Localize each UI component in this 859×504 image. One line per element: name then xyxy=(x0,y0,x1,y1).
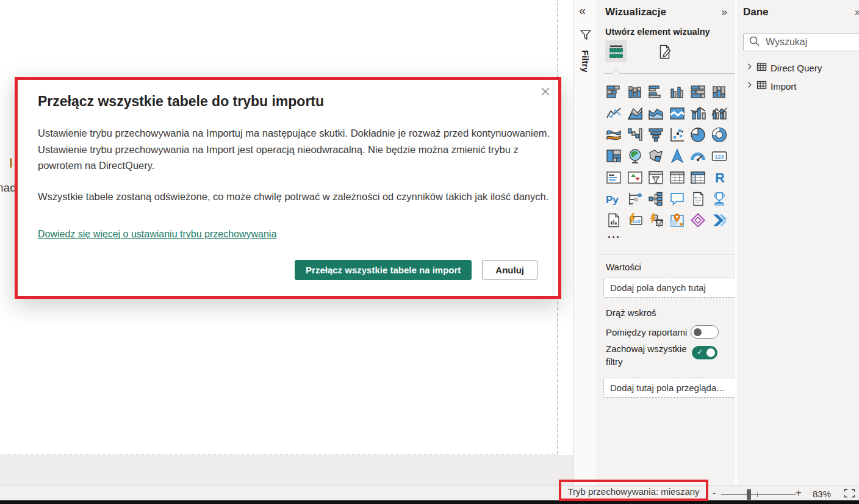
keep-all-filters-toggle[interactable]: ✓ xyxy=(692,346,717,359)
search-input[interactable] xyxy=(764,36,852,48)
format-visual-icon[interactable] xyxy=(656,43,674,61)
drillthrough-section-label: Drąż wskroś xyxy=(606,308,656,318)
line-chart-icon[interactable] xyxy=(603,103,625,124)
cross-report-label: Pomiędzy raportami xyxy=(606,327,687,337)
kpi-icon[interactable] xyxy=(625,167,646,188)
canvas-margin xyxy=(0,455,574,486)
dialog-button-row: Przełącz wszystkie tabele na import Anul… xyxy=(295,260,537,280)
clustered-bar-chart-icon[interactable] xyxy=(645,81,667,103)
line-clustered-column-chart-icon[interactable] xyxy=(709,103,730,124)
values-section-label: Wartości xyxy=(606,262,641,272)
ribbon-chart-icon[interactable] xyxy=(603,124,625,145)
table-icon xyxy=(757,80,767,93)
slicer-new-icon[interactable] xyxy=(645,209,667,231)
treemap-icon[interactable] xyxy=(603,145,625,167)
table-icon[interactable] xyxy=(667,167,688,188)
area-chart-icon[interactable] xyxy=(625,103,646,124)
visualizations-pane: Wizualizacje » Utwórz element wizualny 1… xyxy=(597,0,735,485)
donut-chart-icon[interactable] xyxy=(709,124,730,145)
fit-to-page-icon[interactable] xyxy=(844,489,855,500)
storage-mode-status: Tryb przechowywania: mieszany xyxy=(567,486,699,499)
zoom-out-button[interactable]: - xyxy=(713,488,716,499)
metrics-icon[interactable] xyxy=(709,188,730,209)
data-tree: Direct QueryImport xyxy=(741,59,859,95)
arcgis-map-icon[interactable] xyxy=(667,209,688,231)
table-label: Import xyxy=(771,81,797,92)
gauge-icon[interactable] xyxy=(688,145,709,167)
data-pane: Dane » Direct QueryImport xyxy=(737,0,859,485)
r-script-icon[interactable]: R xyxy=(709,167,730,188)
learn-more-link[interactable]: Dowiedz się więcej o ustawianiu trybu pr… xyxy=(38,229,276,240)
tree-chevron-icon[interactable] xyxy=(746,81,754,92)
card-icon[interactable]: 123 xyxy=(709,145,730,167)
background-text-fragment-mark xyxy=(10,158,12,168)
power-automate-icon[interactable] xyxy=(709,209,730,231)
expand-filters-icon[interactable]: « xyxy=(579,4,586,18)
key-influencers-icon[interactable] xyxy=(625,188,646,209)
clustered-column-chart-icon[interactable] xyxy=(667,81,688,103)
smart-narrative-icon[interactable] xyxy=(688,188,709,209)
zoom-slider-track[interactable] xyxy=(721,494,796,495)
table-row-direct-query[interactable]: Direct Query xyxy=(741,59,859,77)
status-bar xyxy=(0,485,859,501)
stacked-bar-chart-icon[interactable] xyxy=(603,81,625,103)
filter-funnel-icon[interactable] xyxy=(579,28,592,44)
line-stacked-column-chart-icon[interactable] xyxy=(688,103,709,124)
storage-mode-annotation-box: Tryb przechowywania: mieszany xyxy=(559,480,708,501)
dialog-title: Przełącz wszystkie tabele do trybu impor… xyxy=(38,93,324,110)
100-stacked-column-chart-icon[interactable] xyxy=(709,81,730,103)
data-pane-title: Dane xyxy=(743,6,769,18)
slicer-icon[interactable] xyxy=(645,167,667,188)
switch-all-tables-button[interactable]: Przełącz wszystkie tabele na import xyxy=(295,260,472,280)
filters-pane-collapsed: « Filtry xyxy=(574,0,597,485)
background-text-fragment: nad xyxy=(0,181,16,195)
multi-row-card-icon[interactable] xyxy=(603,167,625,188)
zoom-slider-handle[interactable] xyxy=(747,489,751,500)
filled-map-icon[interactable] xyxy=(645,145,667,167)
svg-text:Py: Py xyxy=(606,194,619,206)
tab-underline xyxy=(605,73,735,74)
power-apps-icon[interactable] xyxy=(688,209,709,231)
paginated-report-icon[interactable] xyxy=(603,209,625,231)
map-icon[interactable] xyxy=(625,145,646,167)
zoom-level: 83% xyxy=(813,489,831,499)
filters-pane-label[interactable]: Filtry xyxy=(580,50,591,73)
python-icon[interactable]: Py xyxy=(603,188,625,209)
cross-report-toggle[interactable] xyxy=(691,325,719,339)
waterfall-chart-icon[interactable] xyxy=(625,124,646,145)
stacked-column-chart-icon[interactable] xyxy=(625,81,646,103)
table-label: Direct Query xyxy=(771,63,822,73)
build-visual-icon[interactable] xyxy=(605,40,627,62)
cancel-button[interactable]: Anuluj xyxy=(482,260,537,280)
pie-chart-icon[interactable] xyxy=(688,124,709,145)
svg-text:123: 123 xyxy=(714,154,724,160)
100-stacked-area-chart-icon[interactable] xyxy=(667,103,688,124)
tree-chevron-icon[interactable] xyxy=(746,62,754,73)
build-visual-tab-label: Utwórz element wizualny xyxy=(605,27,710,37)
zoom-in-button[interactable]: + xyxy=(796,487,802,499)
table-row-import[interactable]: Import xyxy=(741,77,859,95)
100-stacked-bar-chart-icon[interactable] xyxy=(688,81,709,103)
collapse-visualizations-icon[interactable]: » xyxy=(722,6,727,18)
funnel-chart-icon[interactable] xyxy=(645,124,667,145)
zoom-slider-tick xyxy=(757,492,758,497)
scatter-chart-icon[interactable] xyxy=(667,124,688,145)
stacked-area-chart-icon[interactable] xyxy=(645,103,667,124)
tab-notch xyxy=(611,69,621,79)
collapse-data-icon[interactable]: » xyxy=(855,6,859,18)
table-icon xyxy=(757,62,767,74)
close-icon[interactable] xyxy=(539,85,552,98)
matrix-icon[interactable] xyxy=(688,167,709,188)
dialog-paragraph-1: Ustawienie trybu przechowywania na Impor… xyxy=(38,125,550,174)
azure-map-icon[interactable] xyxy=(667,145,688,167)
decomposition-tree-icon[interactable] xyxy=(645,188,667,209)
dialog-paragraph-2: Wszystkie tabele zostaną odświeżone, co … xyxy=(38,189,550,205)
values-drop-field[interactable]: Dodaj pola danych tutaj xyxy=(603,278,736,298)
more-visuals-button[interactable]: ... xyxy=(608,228,620,241)
drillthrough-drop-field[interactable]: Dodaj tutaj pola przegląda... xyxy=(603,378,736,398)
card-new-icon[interactable]: 123 xyxy=(625,209,646,231)
visualizations-pane-title: Wizualizacje xyxy=(605,6,666,18)
qa-icon[interactable] xyxy=(667,188,688,209)
svg-text:R: R xyxy=(715,170,725,185)
search-box[interactable] xyxy=(743,33,859,51)
